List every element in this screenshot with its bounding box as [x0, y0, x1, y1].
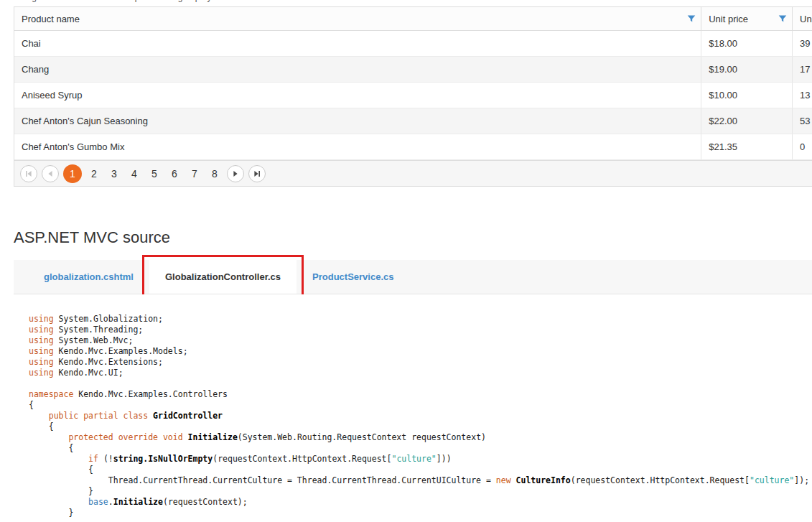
- source-tabstrip: globalization.cshtml GlobalizationContro…: [14, 260, 812, 294]
- filter-icon[interactable]: [778, 14, 787, 23]
- column-header-units-in-stock[interactable]: Units in stock: [793, 7, 812, 30]
- column-header-label: Product name: [22, 14, 80, 24]
- column-header-label: Unit price: [709, 14, 748, 24]
- page-number-selected[interactable]: 1: [63, 164, 82, 183]
- column-header-unit-price[interactable]: Unit price: [701, 7, 793, 30]
- cell-product-name: Aniseed Syrup: [14, 83, 701, 108]
- page-number[interactable]: 7: [187, 168, 202, 180]
- code-line: using Kendo.Mvc.Examples.Models;: [29, 346, 812, 357]
- code-line: {: [29, 421, 812, 432]
- tab-label: GlobalizationController.cs: [165, 271, 281, 282]
- code-line: base.Initialize(requestContext);: [29, 497, 812, 508]
- cell-product-name: Chef Anton's Cajun Seasoning: [14, 108, 701, 134]
- grid: Product name Unit price Units in stock C…: [14, 6, 812, 187]
- code-line: if (!string.IsNullOrEmpty(requestContext…: [29, 454, 812, 465]
- next-page-icon: [232, 170, 239, 177]
- tab-product-service-cs[interactable]: ProductService.cs: [297, 260, 409, 294]
- page-number[interactable]: 3: [106, 168, 122, 180]
- previous-page-icon: [47, 170, 54, 177]
- last-page-icon: [253, 170, 261, 177]
- cell-product-name: Chef Anton's Gumbo Mix: [14, 134, 701, 159]
- code-line: using Kendo.Mvc.Extensions;: [29, 357, 812, 368]
- group-panel-hint: Drag a column header and drop it here to…: [18, 0, 258, 2]
- page-number[interactable]: 4: [126, 168, 142, 180]
- first-page-icon: [25, 170, 32, 177]
- code-line: {: [29, 400, 812, 411]
- tab-globalization-controller-cs[interactable]: GlobalizationController.cs: [149, 260, 297, 294]
- last-page-button[interactable]: [248, 165, 266, 182]
- column-header-label: Units in stock: [800, 14, 812, 24]
- cell-units-in-stock: 17: [793, 57, 812, 82]
- page-number[interactable]: 8: [207, 168, 223, 180]
- grid-pager: 1 2 3 4 5 6 7 8: [14, 160, 812, 186]
- grid-header-row: Product name Unit price Units in stock: [14, 7, 812, 31]
- page-number[interactable]: 5: [146, 168, 162, 180]
- code-line: using System.Globalization;: [29, 314, 812, 325]
- table-row: Chef Anton's Cajun Seasoning $22.00 53: [14, 108, 812, 134]
- cell-units-in-stock: 39: [793, 31, 812, 56]
- code-line: {: [29, 465, 812, 475]
- group-panel-clipped: Drag a column header and drop it here to…: [14, 0, 812, 6]
- cell-product-name: Chai: [14, 31, 701, 56]
- cell-units-in-stock: 13: [793, 83, 812, 108]
- filter-icon[interactable]: [687, 14, 696, 23]
- table-row: Aniseed Syrup $10.00 13: [14, 83, 812, 108]
- cell-unit-price: $18.00: [701, 31, 793, 56]
- next-page-button[interactable]: [227, 165, 244, 182]
- page-title: ASP.NET MVC source: [14, 228, 170, 247]
- product-grid: Drag a column header and drop it here to…: [14, 0, 812, 187]
- code-line: Thread.CurrentThread.CurrentCulture = Th…: [29, 475, 812, 486]
- code-block: using System.Globalization;using System.…: [14, 294, 812, 522]
- cell-unit-price: $10.00: [701, 83, 793, 108]
- code-line: using System.Threading;: [29, 325, 812, 335]
- code-line: namespace Kendo.Mvc.Examples.Controllers: [29, 389, 812, 400]
- cell-unit-price: $22.00: [701, 108, 793, 134]
- table-row: Chang $19.00 17: [14, 57, 812, 83]
- table-row: Chef Anton's Gumbo Mix $21.35 0: [14, 134, 812, 160]
- cell-product-name: Chang: [14, 57, 701, 82]
- cell-unit-price: $19.00: [701, 57, 793, 82]
- table-row: Chai $18.00 39: [14, 31, 812, 57]
- previous-page-button[interactable]: [42, 165, 59, 182]
- tab-globalization-cshtml[interactable]: globalization.cshtml: [28, 260, 149, 294]
- page-number[interactable]: 6: [167, 168, 182, 180]
- cell-units-in-stock: 53: [793, 108, 812, 134]
- code-line: using Kendo.Mvc.UI;: [29, 368, 812, 378]
- column-header-product-name[interactable]: Product name: [14, 7, 701, 30]
- cell-unit-price: $21.35: [701, 134, 793, 159]
- code-line: public partial class GridController: [29, 411, 812, 421]
- cell-units-in-stock: 0: [793, 134, 812, 159]
- code-line: using System.Web.Mvc;: [29, 335, 812, 346]
- code-line: [29, 378, 812, 389]
- first-page-button[interactable]: [20, 165, 37, 182]
- code-line: }: [29, 486, 812, 497]
- page-number[interactable]: 2: [86, 168, 102, 180]
- code-line: }: [29, 508, 812, 518]
- code-line: {: [29, 443, 812, 454]
- code-line: protected override void Initialize(Syste…: [29, 432, 812, 443]
